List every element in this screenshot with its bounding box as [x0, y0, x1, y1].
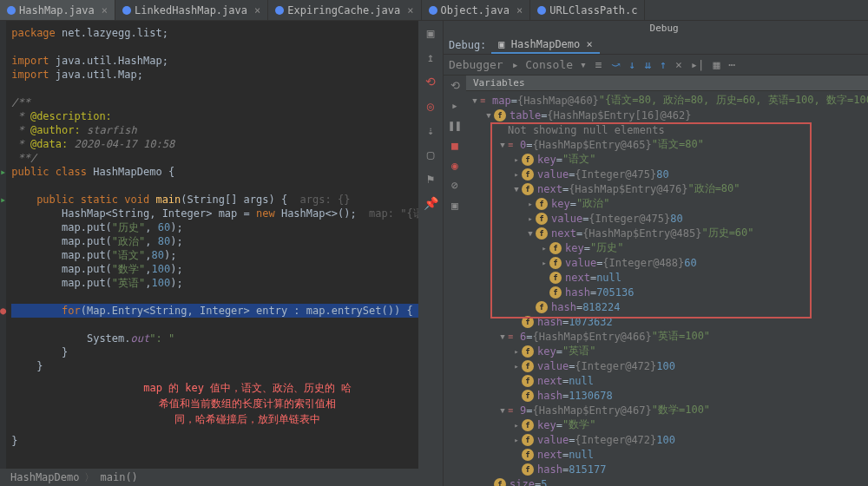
var-value[interactable]: ▸fvalue = {Integer@472} 100	[466, 432, 868, 447]
annotation-note: map 的 key 值中，语文、政治、历史的 哈希值和当前数组的长度计算的索引值…	[11, 373, 443, 434]
debug-toolbar: Debugger ▸ Console ▾ ≡ ⤻ ↓ ⇊ ↑ ⨯ ▸| ▦ ⋯	[444, 55, 868, 76]
console-tab[interactable]: ▸ Console ▾	[512, 58, 587, 71]
build-icon[interactable]: ▣	[427, 26, 434, 40]
highlight-box	[490, 122, 812, 319]
step-over-icon[interactable]: ⤻	[611, 58, 621, 71]
editor-tabs: HashMap.java× LinkedHashMap.java× Expiri…	[0, 0, 868, 21]
close-icon[interactable]: ×	[102, 4, 108, 16]
resume-icon[interactable]: ▸	[451, 99, 458, 112]
breadcrumb-class[interactable]: HashMapDemo	[10, 471, 79, 483]
variables-panel[interactable]: Variables ▼≡map = {HashMap@460} "{语文=80,…	[466, 76, 868, 486]
var-hash[interactable]: fhash = 1130678	[466, 388, 868, 403]
pause-icon[interactable]: ❚❚	[448, 119, 462, 132]
gutter: ▸ ▸ ●	[0, 21, 6, 469]
tab-urlclasspath[interactable]: URLClassPath.c	[530, 0, 645, 20]
breakpoints-icon[interactable]: ◉	[451, 159, 458, 172]
step-into-icon[interactable]: ↓	[629, 58, 636, 71]
close-icon[interactable]: ×	[407, 4, 413, 16]
breadcrumb: HashMapDemo 〉 main()	[0, 469, 443, 486]
evaluate-icon[interactable]: ▦	[713, 58, 720, 71]
close-icon[interactable]: ×	[516, 4, 523, 16]
var-size[interactable]: fsize = 5	[466, 476, 868, 486]
java-icon	[122, 6, 131, 15]
variables-header: Variables	[466, 76, 868, 91]
stop-icon[interactable]: ■	[451, 139, 458, 152]
rerun-icon[interactable]: ⟲	[450, 79, 460, 92]
debug-side-toolbar: ⟲ ▸ ❚❚ ■ ◉ ⊘ ▣	[444, 76, 466, 486]
bookmark-icon[interactable]: ⚑	[427, 172, 434, 186]
var-table[interactable]: ▼ftable = {HashMap$Entry[16]@462}	[466, 108, 868, 122]
drop-frame-icon[interactable]: ⨯	[675, 58, 682, 71]
tab-expiringcache[interactable]: ExpiringCache.java×	[268, 0, 421, 20]
var-entry-6[interactable]: ▼≡6 = {HashMap$Entry@466} "英语=100"	[466, 329, 868, 344]
java-icon	[429, 6, 437, 15]
target-icon[interactable]: ◎	[427, 99, 434, 113]
run-to-cursor-icon[interactable]: ▸|	[691, 58, 705, 71]
breadcrumb-method[interactable]: main()	[100, 471, 137, 483]
editor-right-toolbar: ▣ ↥ ⟲ ◎ ⇣ ▢ ⚑ 📌	[418, 21, 443, 486]
mute-icon[interactable]: ⊘	[451, 179, 458, 192]
var-key[interactable]: ▸fkey = "英语"	[466, 344, 868, 358]
var-entry-9[interactable]: ▼≡9 = {HashMap$Entry@467} "数学=100"	[466, 403, 868, 417]
more-icon[interactable]: ⋯	[728, 58, 735, 71]
var-map[interactable]: ▼≡map = {HashMap@460} "{语文=80, 政治=80, 历史…	[466, 93, 868, 108]
var-next[interactable]: fnext = null	[466, 373, 868, 388]
layout-icon[interactable]: ▣	[451, 199, 458, 212]
java-icon	[275, 6, 284, 15]
pin-icon[interactable]: 📌	[424, 196, 438, 210]
code-editor[interactable]: package net.lazyegg.list; import java.ut…	[6, 21, 443, 469]
step-out-icon[interactable]: ↑	[660, 58, 667, 71]
debug-config-tab[interactable]: ▣ HashMapDemo ×	[491, 36, 599, 54]
var-hash[interactable]: fhash = 815177	[466, 462, 868, 476]
camera-icon[interactable]: ▢	[427, 148, 434, 161]
java-icon	[7, 6, 16, 15]
java-icon	[537, 6, 546, 15]
var-value[interactable]: ▸fvalue = {Integer@472} 100	[466, 358, 868, 373]
force-step-icon[interactable]: ⇊	[644, 58, 651, 71]
var-key[interactable]: ▸fkey = "数学"	[466, 417, 868, 432]
tab-object[interactable]: Object.java×	[422, 0, 531, 20]
debug-run-tabs: Debug: ▣ HashMapDemo ×	[444, 36, 868, 55]
download-icon[interactable]: ⇣	[427, 123, 434, 137]
refresh-icon[interactable]: ⟲	[425, 75, 436, 89]
threads-icon[interactable]: ≡	[595, 58, 602, 71]
editor-pane: ▸ ▸ ● package net.lazyegg.list; import j…	[0, 21, 443, 486]
var-next[interactable]: fnext = null	[466, 447, 868, 462]
tab-hashmap[interactable]: HashMap.java×	[0, 0, 115, 20]
upload-icon[interactable]: ↥	[427, 50, 434, 64]
tab-linkedhashmap[interactable]: LinkedHashMap.java×	[115, 0, 268, 20]
debug-title: Debug	[444, 21, 868, 36]
close-icon[interactable]: ×	[254, 4, 260, 16]
debug-pane: Debug Debug: ▣ HashMapDemo × Debugger ▸ …	[443, 21, 868, 486]
debugger-tab[interactable]: Debugger	[449, 58, 503, 71]
